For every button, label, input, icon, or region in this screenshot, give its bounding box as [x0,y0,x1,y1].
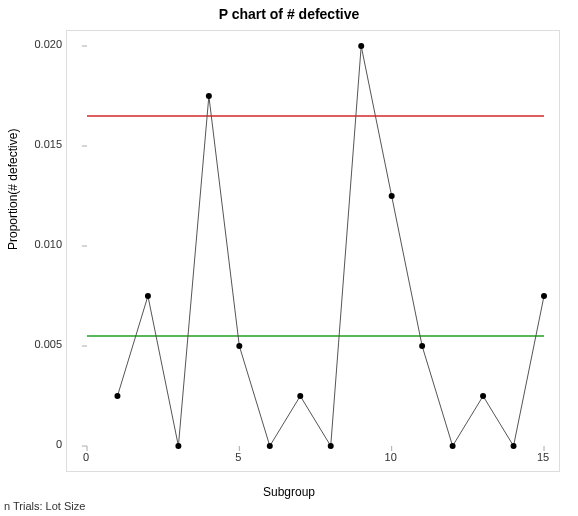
data-point [297,393,303,399]
data-point [541,293,547,299]
y-tick-label: 0.020 [22,38,62,50]
data-series-line [117,46,544,446]
data-point [328,443,334,449]
y-tick-label: 0.010 [22,238,62,250]
x-axis-label: Subgroup [0,485,578,499]
data-point [236,343,242,349]
x-tick-label: 0 [76,451,96,463]
data-point [267,443,273,449]
data-point [480,393,486,399]
data-point [206,93,212,99]
data-point [450,443,456,449]
plot-svg [67,31,559,471]
data-point [511,443,517,449]
data-point [419,343,425,349]
data-point [114,393,120,399]
y-axis-label: Proportion(# defective) [6,129,20,250]
x-tick-label: 15 [533,451,553,463]
p-chart: P chart of # defective Proportion(# defe… [0,0,578,516]
data-point [358,43,364,49]
chart-title: P chart of # defective [0,6,578,22]
data-point [145,293,151,299]
data-point [389,193,395,199]
plot-area [66,30,560,472]
data-point [175,443,181,449]
y-tick-label: 0.005 [22,338,62,350]
y-tick-label: 0.015 [22,138,62,150]
x-tick-label: 10 [381,451,401,463]
footer-note: n Trials: Lot Size [4,500,85,512]
y-tick-label: 0 [22,438,62,450]
x-tick-label: 5 [228,451,248,463]
